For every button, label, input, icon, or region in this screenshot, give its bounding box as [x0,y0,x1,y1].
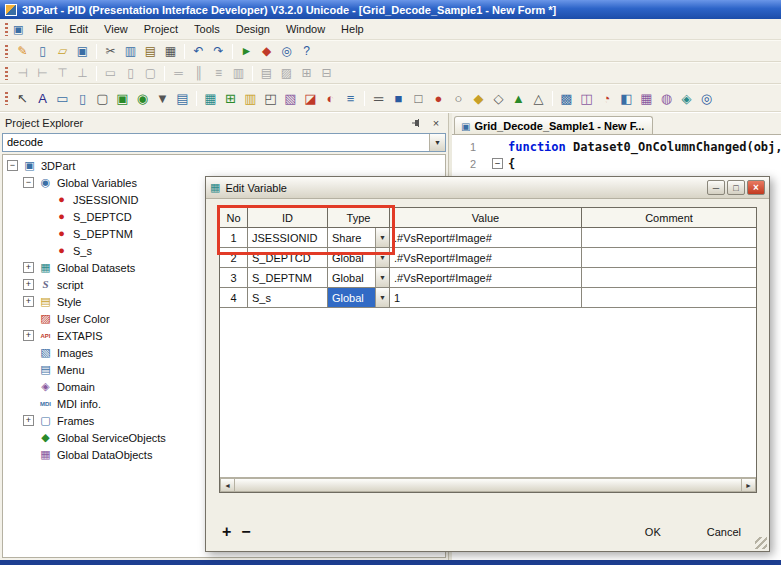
pointer-icon[interactable]: ↖ [13,88,32,108]
line-shape-icon[interactable]: ═ [369,88,388,108]
type-dropdown-icon[interactable]: ▼ [375,228,389,247]
column-header-id[interactable]: ID [248,208,328,227]
minimize-button[interactable]: ─ [707,180,725,195]
ok-button[interactable]: OK [635,522,671,542]
expand-icon[interactable]: + [23,296,34,307]
column-header-no[interactable]: No [220,208,248,227]
pin-icon[interactable] [409,116,423,130]
add-row-button[interactable]: + [222,524,231,540]
cell-comment[interactable] [582,268,756,287]
menu-file[interactable]: File [27,20,61,38]
print-icon[interactable]: ▦ [161,42,180,60]
calendar-control-icon[interactable]: ▦ [637,88,656,108]
center-vertical-icon[interactable]: ▥ [229,64,248,82]
chart-control-icon[interactable]: ◪ [301,88,320,108]
size-to-grid-icon[interactable]: ⊞ [297,64,316,82]
socket-control-icon[interactable]: ◎ [697,88,716,108]
circle-outline-shape-icon[interactable]: ○ [449,88,468,108]
menu-help[interactable]: Help [333,20,372,38]
cell-comment[interactable] [582,248,756,267]
checkbox-icon[interactable]: ▣ [113,88,132,108]
send-to-back-icon[interactable]: ▨ [277,64,296,82]
run-icon[interactable]: ► [237,42,256,60]
copy-icon[interactable]: ▥ [121,42,140,60]
tab-control-icon[interactable]: ▥ [241,88,260,108]
timer-control-icon[interactable]: ◔ [597,88,616,108]
dataset-control-icon[interactable]: ▩ [557,88,576,108]
triangle-shape-icon[interactable]: ▲ [509,88,528,108]
cancel-button[interactable]: Cancel [697,522,751,542]
cell-value[interactable]: .#VsReport#Image# [390,228,582,247]
diamond-outline-shape-icon[interactable]: ◇ [489,88,508,108]
new-form-icon[interactable]: ▯ [33,42,52,60]
rect-outline-shape-icon[interactable]: □ [409,88,428,108]
combobox-value[interactable]: decode [3,134,429,151]
toolbar-grip[interactable] [5,67,8,80]
gauge-control-icon[interactable]: ◐ [321,88,340,108]
mdi-child-icon[interactable]: ▣ [13,23,23,36]
edit-icon[interactable]: ▭ [53,88,72,108]
cell-value[interactable]: .#VsReport#Image# [390,248,582,267]
splitter-control-icon[interactable]: ◧ [617,88,636,108]
scroll-left-icon[interactable]: ◄ [220,478,235,492]
cell-no[interactable]: 2 [220,248,248,267]
cell-id[interactable]: JSESSIONID [248,228,328,247]
combobox-icon[interactable]: ▼ [153,88,172,108]
cell-type[interactable]: Global▼ [328,268,390,287]
undo-icon[interactable]: ↶ [189,42,208,60]
expand-icon[interactable]: + [23,262,34,273]
activex-control-icon[interactable]: ◈ [677,88,696,108]
design-pencil-icon[interactable]: ✎ [13,42,32,60]
menu-project[interactable]: Project [136,20,186,38]
toolbar-grip[interactable] [5,45,8,58]
report-control-icon[interactable]: ◫ [577,88,596,108]
same-height-icon[interactable]: ▯ [121,64,140,82]
cell-id[interactable]: S_DEPTNM [248,268,328,287]
title-bar[interactable]: 3DPart - PID (Presentation Interface Dev… [0,0,781,19]
text-area-icon[interactable]: ▯ [73,88,92,108]
package-icon[interactable]: ◆ [257,42,276,60]
cell-comment[interactable] [582,228,756,247]
rect-shape-icon[interactable]: ■ [389,88,408,108]
search-icon[interactable]: ◎ [277,42,296,60]
cell-type[interactable]: Global▼ [328,248,390,267]
menu-design[interactable]: Design [228,20,278,38]
open-project-icon[interactable]: ▱ [53,42,72,60]
resize-grip[interactable] [755,537,767,549]
cell-type[interactable]: Global▼ [328,288,390,307]
expand-icon[interactable]: + [23,330,34,341]
diamond-shape-icon[interactable]: ◆ [469,88,488,108]
type-dropdown-icon[interactable]: ▼ [375,268,389,287]
lock-controls-icon[interactable]: ⊟ [317,64,336,82]
space-across-icon[interactable]: ═ [169,64,188,82]
cell-comment[interactable] [582,288,756,307]
frame-control-icon[interactable]: ◰ [261,88,280,108]
expand-icon[interactable]: + [23,415,34,426]
toolbar-grip[interactable] [5,23,8,36]
cell-no[interactable]: 1 [220,228,248,247]
align-right-icon[interactable]: ⊢ [33,64,52,82]
label-icon[interactable]: A [33,88,52,108]
button-icon[interactable]: ▢ [93,88,112,108]
column-header-value[interactable]: Value [390,208,582,227]
ole-control-icon[interactable]: ◍ [657,88,676,108]
menu-tools[interactable]: Tools [186,20,228,38]
center-horizontal-icon[interactable]: ≡ [209,64,228,82]
maximize-button[interactable]: □ [727,180,745,195]
triangle-outline-shape-icon[interactable]: △ [529,88,548,108]
close-button[interactable]: × [747,180,765,195]
collapse-icon[interactable]: − [23,177,34,188]
remove-row-button[interactable]: − [241,524,250,540]
same-size-icon[interactable]: ▢ [141,64,160,82]
same-width-icon[interactable]: ▭ [101,64,120,82]
scroll-right-icon[interactable]: ► [741,478,756,492]
cell-type[interactable]: Share▼ [328,228,390,247]
redo-icon[interactable]: ↷ [209,42,228,60]
align-bottom-icon[interactable]: ⊥ [73,64,92,82]
type-dropdown-icon[interactable]: ▼ [375,288,389,307]
tab-grid-decode-sample1[interactable]: ▣ Grid_Decode_Sample1 - New F... [454,116,653,134]
expand-icon[interactable]: + [23,279,34,290]
align-left-icon[interactable]: ⊣ [13,64,32,82]
chevron-down-icon[interactable]: ▼ [429,134,445,151]
grid-icon[interactable]: ▦ [201,88,220,108]
